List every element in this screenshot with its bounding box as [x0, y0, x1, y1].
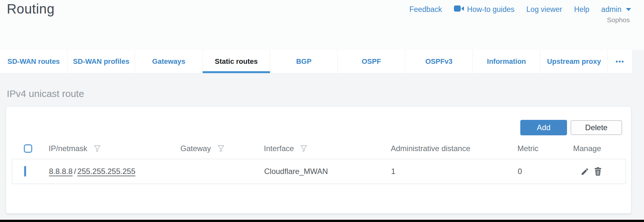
filter-icon[interactable] [217, 145, 225, 152]
column-admin-distance: Administrative distance [391, 144, 517, 153]
tab-overflow-menu[interactable]: ••• [608, 50, 632, 73]
column-label: Metric [517, 144, 538, 153]
tab-label: SD-WAN routes [7, 57, 60, 66]
table-row: 8.8.8.8/255.255.255.255 Cloudflare_MWAN … [12, 159, 626, 184]
tab-label: Upstream proxy [547, 57, 601, 66]
routing-page: Routing Feedback How-to guides Log viewe… [0, 0, 644, 222]
column-label: IP/netmask [49, 144, 87, 153]
header-checkbox-cell [12, 144, 49, 153]
tab-upstream-proxy[interactable]: Upstream proxy [540, 50, 608, 73]
routing-tabbar: SD-WAN routes SD-WAN profiles Gateways S… [0, 50, 632, 73]
brand-label: Sophos [607, 16, 630, 24]
column-label: Administrative distance [391, 144, 470, 153]
column-label: Gateway [180, 144, 211, 153]
tab-label: OSPF [362, 57, 381, 66]
column-manage: Manage [573, 144, 626, 153]
log-viewer-link[interactable]: Log viewer [526, 5, 562, 14]
tab-sdwan-profiles[interactable]: SD-WAN profiles [67, 50, 135, 73]
log-viewer-label: Log viewer [526, 5, 562, 14]
window-bottom-edge [0, 220, 644, 222]
route-admin-distance: 1 [391, 167, 518, 176]
ellipsis-icon: ••• [616, 58, 624, 65]
column-interface: Interface [264, 144, 391, 153]
row-checkbox[interactable] [24, 166, 26, 177]
route-metric: 0 [518, 167, 573, 176]
row-checkbox-cell [12, 167, 49, 176]
page-header: Routing Feedback How-to guides Log viewe… [0, 0, 644, 50]
filter-icon[interactable] [94, 145, 101, 152]
route-interface: Cloudflare_MWAN [264, 167, 391, 176]
tab-label: Gateways [152, 57, 185, 66]
tab-ospfv3[interactable]: OSPFv3 [405, 50, 473, 73]
column-ip-netmask: IP/netmask [49, 144, 180, 153]
add-button[interactable]: Add [520, 120, 567, 135]
how-to-guides-link[interactable]: How-to guides [454, 5, 514, 14]
help-link[interactable]: Help [574, 5, 589, 14]
column-metric: Metric [517, 144, 573, 153]
tab-label: SD-WAN profiles [73, 57, 130, 66]
page-title: Routing [7, 1, 54, 17]
ipv4-route-card: Add Delete IP/netmask Gateway Interface [6, 106, 631, 214]
feedback-link[interactable]: Feedback [409, 5, 442, 14]
tab-label: BGP [296, 57, 312, 66]
delete-button[interactable]: Delete [571, 120, 622, 135]
trash-icon[interactable] [594, 167, 602, 176]
select-all-checkbox[interactable] [24, 144, 32, 153]
section-heading: IPv4 unicast route [7, 88, 84, 99]
active-tab-underline [203, 71, 270, 73]
admin-menu[interactable]: admin [601, 5, 631, 14]
feedback-label: Feedback [409, 5, 442, 14]
tab-static-routes[interactable]: Static routes [202, 50, 270, 73]
help-label: Help [574, 5, 589, 14]
edit-icon[interactable] [581, 167, 589, 176]
route-ip-netmask-link[interactable]: 8.8.8.8/255.255.255.255 [49, 167, 181, 176]
column-gateway: Gateway [180, 144, 264, 153]
route-ip: 8.8.8.8 [49, 167, 72, 176]
admin-label: admin [601, 5, 621, 14]
tab-bgp[interactable]: BGP [270, 50, 338, 73]
route-netmask: 255.255.255.255 [77, 167, 135, 176]
filter-icon[interactable] [300, 145, 307, 152]
tab-ospf[interactable]: OSPF [337, 50, 405, 73]
column-label: Interface [264, 144, 294, 153]
tab-label: OSPFv3 [425, 57, 452, 66]
column-label: Manage [573, 144, 601, 153]
route-separator: / [72, 167, 77, 176]
route-manage-cell [573, 167, 626, 176]
tab-sdwan-routes[interactable]: SD-WAN routes [0, 50, 67, 73]
video-icon [454, 5, 464, 14]
tab-label: Information [487, 57, 526, 66]
tab-gateways[interactable]: Gateways [135, 50, 202, 73]
tab-label: Static routes [215, 57, 258, 66]
table-header: IP/netmask Gateway Interface Administrat… [12, 141, 626, 156]
tab-information[interactable]: Information [473, 50, 540, 73]
top-navigation: Feedback How-to guides Log viewer Help a… [409, 5, 631, 14]
how-to-guides-label: How-to guides [467, 5, 514, 14]
chevron-down-icon [626, 8, 631, 11]
